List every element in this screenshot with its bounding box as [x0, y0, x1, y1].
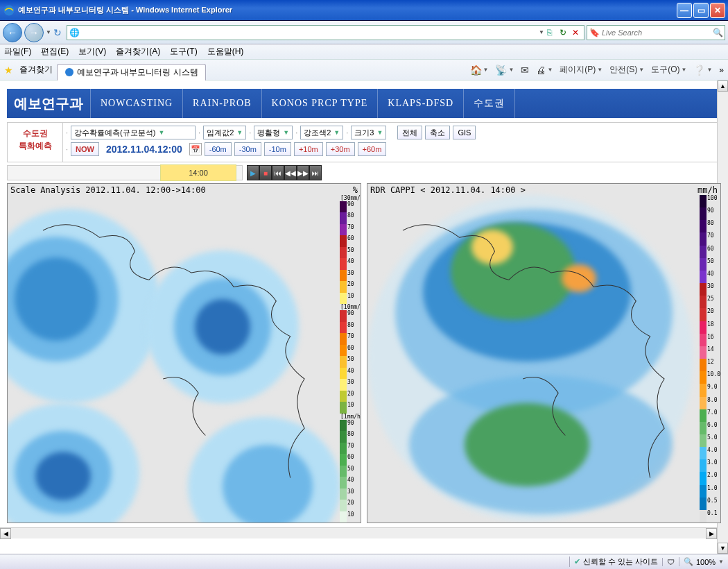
- command-bar: ★ 즐겨찾기 예보연구과 내부모니터링 시스템 🏠▼ 📡▼ ✉ 🖨▼ 페이지(P…: [0, 60, 728, 80]
- browser-tab[interactable]: 예보연구과 내부모니터링 시스템: [57, 64, 206, 80]
- tab-title: 예보연구과 내부모니터링 시스템: [77, 67, 198, 78]
- mail-button[interactable]: ✉: [521, 65, 529, 76]
- favorites-label[interactable]: 즐겨찾기: [19, 64, 53, 76]
- search-box[interactable]: 🔖 🔍: [587, 25, 725, 40]
- print-icon: 🖨: [536, 65, 546, 76]
- tab-ie-icon: [64, 67, 74, 77]
- search-engine-icon: 🔖: [589, 28, 599, 37]
- menu-view[interactable]: 보기(V): [78, 46, 106, 58]
- compat-icon[interactable]: ⎘: [547, 28, 557, 37]
- forward-button[interactable]: →: [24, 23, 44, 42]
- menu-favorites[interactable]: 즐겨찾기(A): [116, 46, 160, 58]
- tools-menu[interactable]: 도구(O)▼: [651, 64, 686, 76]
- home-icon: 🏠: [470, 65, 482, 76]
- menu-tools[interactable]: 도구(T): [170, 46, 197, 58]
- address-dropdown[interactable]: ▼: [539, 29, 544, 35]
- search-input[interactable]: [602, 28, 710, 37]
- home-button[interactable]: 🏠▼: [470, 65, 489, 76]
- back-button[interactable]: ←: [3, 23, 22, 42]
- print-button[interactable]: 🖨▼: [536, 65, 553, 76]
- help-icon: ❔: [693, 65, 705, 76]
- page-icon: 🌐: [69, 28, 79, 37]
- ie-icon: [3, 4, 15, 17]
- menu-bar: 파일(F) 편집(E) 보기(V) 즐겨찾기(A) 도구(T) 도움말(H): [0, 44, 728, 60]
- svg-point-1: [65, 68, 73, 76]
- maximize-button[interactable]: ▭: [693, 3, 709, 18]
- refresh-icon[interactable]: ↻: [560, 28, 569, 37]
- menu-file[interactable]: 파일(F): [4, 46, 31, 58]
- rss-icon: 📡: [495, 65, 507, 76]
- menu-help[interactable]: 도움말(H): [207, 46, 244, 58]
- close-button[interactable]: ✕: [710, 3, 725, 18]
- window-title: 예보연구과 내부모니터링 시스템 - Windows Internet Expl…: [18, 5, 677, 15]
- page-menu[interactable]: 페이지(P)▼: [560, 64, 603, 76]
- safety-menu[interactable]: 안전(S)▼: [609, 64, 644, 76]
- stop-icon[interactable]: ✕: [572, 28, 582, 37]
- address-input[interactable]: [82, 28, 536, 37]
- help-button[interactable]: ❔▼: [693, 65, 712, 76]
- minimize-button[interactable]: —: [677, 3, 692, 18]
- history-dropdown[interactable]: ▼: [46, 29, 51, 35]
- menu-edit[interactable]: 편집(E): [41, 46, 69, 58]
- address-bar[interactable]: 🌐 ▼ ⎘ ↻ ✕: [67, 25, 584, 40]
- feeds-button[interactable]: 📡▼: [495, 65, 514, 76]
- navigation-bar: ← → ▼ ↻ 🌐 ▼ ⎘ ↻ ✕ 🔖 🔍: [0, 21, 728, 44]
- window-titlebar: 예보연구과 내부모니터링 시스템 - Windows Internet Expl…: [0, 0, 728, 21]
- overflow-icon[interactable]: »: [719, 65, 724, 75]
- favorites-star-icon[interactable]: ★: [4, 65, 15, 76]
- search-icon[interactable]: 🔍: [713, 28, 722, 37]
- mail-icon: ✉: [521, 65, 529, 76]
- refresh-small-icon[interactable]: ↻: [53, 27, 64, 38]
